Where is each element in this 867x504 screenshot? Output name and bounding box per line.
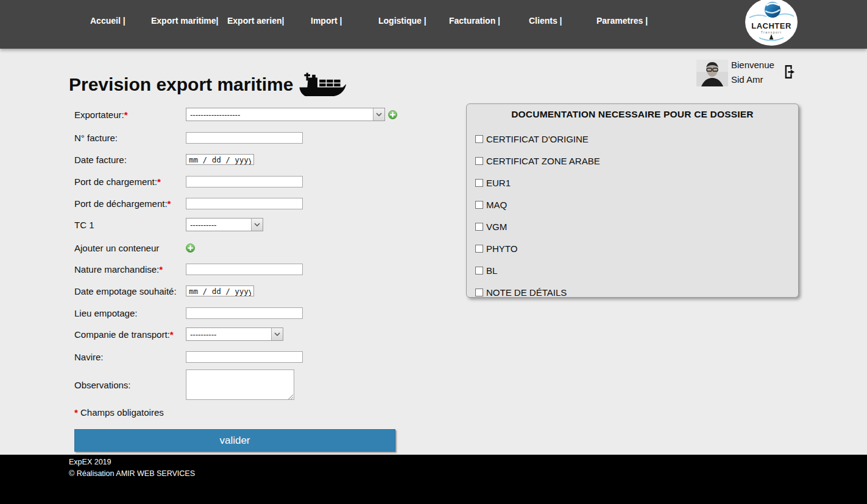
field-label: Port de déchargement:* — [74, 198, 186, 209]
field-row-observations: Observations: — [74, 369, 294, 400]
valider-button[interactable]: valider — [74, 429, 395, 452]
chevron-down-icon — [373, 108, 384, 121]
observations-textarea[interactable] — [186, 369, 294, 400]
checkbox-maq[interactable] — [475, 201, 483, 209]
doc-item-certificat-zone-arabe: CERTIFICAT ZONE ARABE — [467, 150, 798, 172]
checkbox-bl[interactable] — [475, 267, 483, 275]
field-row-lieu-empotage: Lieu empotage: — [74, 306, 303, 320]
port-dechargement-input[interactable] — [186, 198, 303, 209]
field-row-exportateur: Exportateur:* ------------------- — [74, 108, 397, 121]
tc1-select[interactable]: ---------- — [186, 218, 263, 231]
lachter-logo: LACHTER Transport — [745, 0, 798, 46]
doc-item-note-de-details: NOTE DE DÉTAILS — [467, 281, 798, 303]
doc-item-eur1: EUR1 — [467, 172, 798, 194]
nav-export-maritime[interactable]: Export maritime| — [151, 16, 219, 26]
num-facture-input[interactable] — [186, 132, 303, 144]
greeting-text: Bienvenue — [731, 60, 774, 70]
navire-input[interactable] — [186, 351, 303, 363]
field-row-nature-marchandise: Nature marchandise:* — [74, 262, 303, 276]
doc-label: NOTE DE DÉTAILS — [486, 287, 567, 298]
checkbox-vgm[interactable] — [475, 223, 483, 231]
field-label: Ajouter un conteneur — [74, 243, 186, 253]
footer-app-version: ExpEX 2019 — [69, 458, 111, 466]
doc-item-phyto: PHYTO — [467, 237, 798, 259]
field-label: TC 1 — [74, 220, 186, 230]
field-row-port-dechargement: Port de déchargement:* — [74, 197, 303, 210]
chevron-down-icon — [271, 328, 283, 340]
field-row-ajouter-conteneur: Ajouter un conteneur — [74, 241, 195, 254]
top-navbar: Accueil | Export maritime| Export aerien… — [0, 0, 867, 49]
nature-marchandise-input[interactable] — [186, 264, 303, 275]
field-label: N° facture: — [74, 133, 186, 143]
footer: ExpEX 2019 © Réalisation AMIR WEB SERVIC… — [0, 455, 867, 504]
cargo-ship-icon — [298, 71, 347, 100]
field-label: Navire: — [74, 352, 186, 362]
doc-label: PHYTO — [486, 243, 517, 254]
welcome-block: Bienvenue Sid Amr — [693, 57, 809, 89]
checkbox-phyto[interactable] — [475, 245, 483, 253]
logo-subtitle: Transport — [761, 30, 782, 34]
doc-label: CERTIFICAT D'ORIGINE — [486, 134, 589, 144]
tc1-select-value: ---------- — [186, 219, 251, 231]
doc-label: BL — [486, 265, 497, 276]
documentation-list: CERTIFICAT D'ORIGINE CERTIFICAT ZONE ARA… — [467, 128, 798, 303]
add-exportateur-icon[interactable] — [388, 110, 397, 119]
checkbox-eur1[interactable] — [475, 179, 483, 187]
footer-copyright: © Réalisation AMIR WEB SERVICES — [69, 469, 195, 478]
field-label: Observations: — [74, 380, 186, 390]
page: Accueil | Export maritime| Export aerien… — [0, 0, 867, 504]
checkbox-certificat-zone-arabe[interactable] — [475, 157, 483, 165]
nav-facturation[interactable]: Facturation | — [449, 16, 500, 26]
nav-import[interactable]: Import | — [311, 16, 342, 26]
doc-item-maq: MAQ — [467, 194, 798, 215]
documentation-title: DOCUMENTATION NECESSAIRE POUR CE DOSSIER — [467, 109, 798, 120]
doc-label: EUR1 — [486, 178, 511, 188]
field-label: Exportateur:* — [74, 110, 186, 120]
companie-transport-select[interactable]: ---------- — [186, 327, 283, 341]
user-avatar — [696, 60, 728, 86]
add-container-icon[interactable] — [186, 243, 195, 253]
textarea-resize-grip[interactable] — [288, 394, 293, 399]
doc-label: CERTIFICAT ZONE ARABE — [486, 156, 600, 166]
logout-icon[interactable] — [783, 65, 796, 79]
date-facture-input[interactable] — [186, 154, 254, 165]
field-label: Date empotage souhaité: — [74, 286, 186, 296]
field-row-companie-transport: Companie de transport:* ---------- — [74, 327, 283, 341]
nav-clients[interactable]: Clients | — [529, 16, 562, 26]
field-row-port-chargement: Port de chargement:* — [74, 175, 303, 188]
field-row-navire: Navire: — [74, 350, 303, 363]
field-row-date-empotage: Date empotage souhaité: — [74, 284, 254, 298]
field-row-tc1: TC 1 ---------- — [74, 218, 263, 231]
field-label: Port de chargement:* — [74, 177, 186, 187]
field-label: Nature marchandise:* — [74, 264, 186, 275]
nav-parametres[interactable]: Parametres | — [596, 16, 648, 26]
checkbox-note-de-details[interactable] — [475, 289, 483, 296]
page-title: Prevision export maritime — [69, 74, 293, 95]
field-row-num-facture: N° facture: — [74, 131, 303, 144]
field-label: Date facture: — [74, 155, 186, 165]
doc-item-certificat-origine: CERTIFICAT D'ORIGINE — [467, 128, 798, 150]
nav-logistique[interactable]: Logistique | — [378, 16, 426, 26]
doc-item-vgm: VGM — [467, 215, 798, 237]
lieu-empotage-input[interactable] — [186, 307, 303, 319]
nav-accueil[interactable]: Accueil | — [90, 16, 126, 26]
field-label: Companie de transport:* — [74, 329, 186, 340]
doc-label: MAQ — [486, 200, 507, 210]
companie-select-value: ---------- — [186, 328, 271, 340]
nav-export-aerien[interactable]: Export aerien| — [227, 16, 284, 26]
logo-name: LACHTER — [751, 21, 791, 30]
port-chargement-input[interactable] — [186, 176, 303, 187]
date-empotage-input[interactable] — [186, 285, 254, 296]
documentation-panel: DOCUMENTATION NECESSAIRE POUR CE DOSSIER… — [466, 103, 799, 298]
doc-item-bl: BL — [467, 259, 798, 281]
chevron-down-icon — [251, 219, 263, 231]
exportateur-select-value: ------------------- — [186, 108, 373, 121]
doc-label: VGM — [486, 222, 507, 232]
checkbox-certificat-origine[interactable] — [475, 135, 483, 143]
required-fields-note: * Champs obligatoires — [74, 407, 164, 418]
field-label: Lieu empotage: — [74, 308, 186, 318]
exportateur-select[interactable]: ------------------- — [186, 108, 385, 121]
field-row-date-facture: Date facture: — [74, 153, 254, 166]
user-name: Sid Amr — [731, 74, 763, 85]
